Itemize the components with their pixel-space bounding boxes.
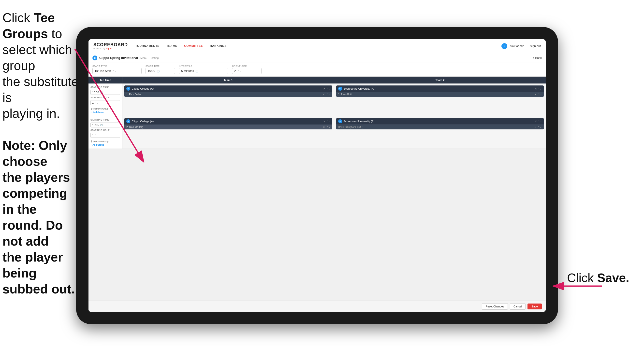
team1-remove-icon-group1[interactable]: ✕: [323, 87, 325, 90]
team1-card-group2[interactable]: B Clippd College (A) ✕ ⌃⌄ 2. Blair McHar…: [124, 118, 332, 129]
avatar: B: [502, 43, 507, 49]
tee-actions-1: 🗑 Remove Group + Add Group: [90, 108, 120, 113]
start-time-input[interactable]: 10:00 🕐: [146, 68, 175, 74]
team1-dot-group1: B: [126, 87, 130, 91]
teams-area-2: B Clippd College (A) ✕ ⌃⌄ 2. Blair McHar…: [122, 116, 546, 149]
nav-rankings[interactable]: RANKINGS: [210, 43, 227, 49]
tee-time-col-2: STARTING TIME: 10:05 🕐 STARTING HOLE: 1 …: [88, 116, 122, 149]
player-spin-icon-2-2[interactable]: ⌃⌄: [538, 126, 542, 128]
start-type-field: Start Type 1st Tee Start ⌃⌄: [92, 65, 142, 74]
team2-col-group1: S Scoreboard University (A) ✕ ⌃⌄ 1. Rees…: [334, 83, 546, 116]
save-button[interactable]: Save: [528, 304, 542, 310]
team1-col-group1: B Clippd College (A) ✕ ⌃⌄ 1. Rich Butler: [122, 83, 334, 116]
navbar: SCOREBOARD Powered by clippd TOURNAMENTS…: [88, 39, 546, 53]
team2-card-group2[interactable]: S Scoreboard University (A) ✕ ⌃⌄ Dave Bi…: [336, 118, 544, 129]
team2-spin-icon-group1[interactable]: ⌃⌄: [538, 87, 542, 90]
instruction-main: Click Tee Groups to select which group t…: [2, 10, 79, 122]
clock-icon-2: 🕐: [100, 124, 103, 126]
user-name: blair admin: [510, 44, 524, 48]
plus-icon-1: +: [90, 111, 92, 113]
starting-hole-label-1: STARTING HOLE:: [90, 96, 120, 99]
tablet-screen: SCOREBOARD Powered by clippd TOURNAMENTS…: [88, 39, 546, 312]
team1-card-group1[interactable]: B Clippd College (A) ✕ ⌃⌄ 1. Rich Butler: [124, 85, 332, 97]
player-spin-icon-1-1[interactable]: ⌃⌄: [326, 93, 330, 96]
team2-remove-icon-group1[interactable]: ✕: [535, 87, 537, 90]
add-group-button-2[interactable]: + Add Group: [90, 144, 120, 146]
player-spin-icon-2-1[interactable]: ⌃⌄: [538, 93, 542, 96]
group-size-spinner[interactable]: ⌃⌄: [238, 70, 242, 72]
player-sub-name: Dave Billingham (SUB): [338, 126, 533, 128]
team2-spin-icon-group2[interactable]: ⌃⌄: [538, 120, 542, 123]
starting-time-label-1: STARTING TIME:: [90, 86, 120, 88]
player-name-1-2: 2. Blair McHarg: [126, 126, 321, 128]
cancel-button[interactable]: Cancel: [510, 303, 526, 310]
team2-card-header-group2: S Scoreboard University (A) ✕ ⌃⌄: [336, 118, 544, 124]
player-remove-icon-1-1[interactable]: ✕: [323, 93, 325, 96]
clock-icon-1: 🕐: [100, 91, 103, 94]
teams-area-1: B Clippd College (A) ✕ ⌃⌄ 1. Rich Butler: [122, 83, 546, 116]
nav-tournaments[interactable]: TOURNAMENTS: [135, 43, 160, 49]
team2-controls-group2: ✕ ⌃⌄: [535, 120, 542, 123]
trash-icon-1: 🗑: [90, 108, 93, 110]
back-button[interactable]: < Back: [533, 56, 542, 60]
team1-name-group2: Clippd College (A): [132, 120, 322, 123]
gender-tag: (Men): [139, 56, 146, 59]
team1-spin-icon-group1[interactable]: ⌃⌄: [326, 87, 330, 90]
hole-spinner-1[interactable]: ⌃⌄: [95, 101, 98, 104]
nav-separator: |: [527, 44, 528, 48]
table-header: Tee Time Team 1 Team 2: [88, 77, 546, 83]
note-bold: Note: Only choose the players competing …: [2, 138, 75, 296]
start-type-input[interactable]: 1st Tee Start ⌃⌄: [92, 68, 142, 74]
team1-dot-group2: B: [126, 119, 130, 123]
tournament-name: Clippd Spring Invitational: [99, 56, 138, 60]
remove-group-button-2[interactable]: 🗑 Remove Group: [90, 140, 120, 143]
intervals-value: 5 Minutes: [181, 69, 194, 73]
reset-changes-button[interactable]: Reset Changes: [482, 303, 508, 310]
starting-hole-value-2: 1: [92, 134, 94, 137]
player-name-1-1: 1. Rich Butler: [126, 93, 321, 96]
starting-hole-value-1: 1: [92, 101, 94, 104]
team2-col-group2: S Scoreboard University (A) ✕ ⌃⌄ Dave Bi…: [334, 116, 546, 149]
nav-committee[interactable]: COMMITTEE: [184, 43, 203, 49]
player-spin-icon-1-2[interactable]: ⌃⌄: [326, 126, 330, 128]
logo-area: SCOREBOARD Powered by clippd: [94, 42, 128, 50]
logo-clippd: clippd: [106, 47, 112, 50]
team2-card-header-group1: S Scoreboard University (A) ✕ ⌃⌄: [336, 85, 544, 92]
player-remove-icon-1-2[interactable]: ✕: [323, 126, 325, 128]
team1-card-header-group2: B Clippd College (A) ✕ ⌃⌄: [124, 118, 332, 124]
nav-teams[interactable]: TEAMS: [166, 43, 178, 49]
remove-group-button-1[interactable]: 🗑 Remove Group: [90, 108, 120, 110]
trash-icon-2: 🗑: [90, 140, 93, 143]
player-remove-icon-2-1[interactable]: ✕: [534, 93, 536, 96]
intervals-field: Intervals 5 Minutes 🕐: [179, 65, 228, 74]
starting-time-input-2[interactable]: 10:05 🕐: [90, 123, 120, 127]
nav-right: B blair admin | Sign out: [502, 43, 541, 49]
start-time-clock-icon: 🕐: [156, 70, 160, 72]
plus-icon-2: +: [90, 144, 92, 146]
group-size-label: Group Size: [232, 65, 262, 67]
starting-time-value-2: 10:05: [92, 123, 99, 126]
start-type-spinner[interactable]: ⌃⌄: [112, 70, 116, 72]
th-team1: Team 1: [122, 77, 334, 83]
intervals-input[interactable]: 5 Minutes 🕐: [179, 68, 228, 74]
team2-name-group1: Scoreboard University (A): [344, 87, 534, 90]
team1-remove-icon-group2[interactable]: ✕: [323, 120, 325, 123]
player-remove-icon-2-2[interactable]: ✕: [534, 126, 536, 128]
hole-spinner-2[interactable]: ⌃⌄: [95, 134, 98, 137]
team2-remove-icon-group2[interactable]: ✕: [535, 120, 537, 123]
group-size-value: 2: [234, 69, 236, 73]
group-size-input[interactable]: 2 ⌃⌄: [232, 68, 262, 74]
starting-time-input-1[interactable]: 10:00 🕐: [90, 90, 120, 95]
starting-hole-input-1[interactable]: 1 ⌃⌄: [90, 100, 120, 105]
scroll-area[interactable]: STARTING TIME: 10:00 🕐 STARTING HOLE: 1 …: [88, 83, 546, 301]
main-content: Start Type 1st Tee Start ⌃⌄ Start Time 1…: [88, 63, 546, 312]
team1-card-header-group1: B Clippd College (A) ✕ ⌃⌄: [124, 85, 332, 92]
start-time-value: 10:00: [148, 69, 155, 73]
add-group-button-1[interactable]: + Add Group: [90, 111, 120, 113]
player-row-highlighted: 2. Blair McHarg ✕ ⌃⌄: [124, 124, 332, 129]
team2-card-group1[interactable]: S Scoreboard University (A) ✕ ⌃⌄ 1. Rees…: [336, 85, 544, 97]
team1-spin-icon-group2[interactable]: ⌃⌄: [326, 120, 330, 123]
starting-hole-input-2[interactable]: 1 ⌃⌄: [90, 133, 120, 138]
player-name-2-1: 1. Rees Britt: [338, 93, 533, 96]
sign-out-link[interactable]: Sign out: [530, 44, 541, 48]
